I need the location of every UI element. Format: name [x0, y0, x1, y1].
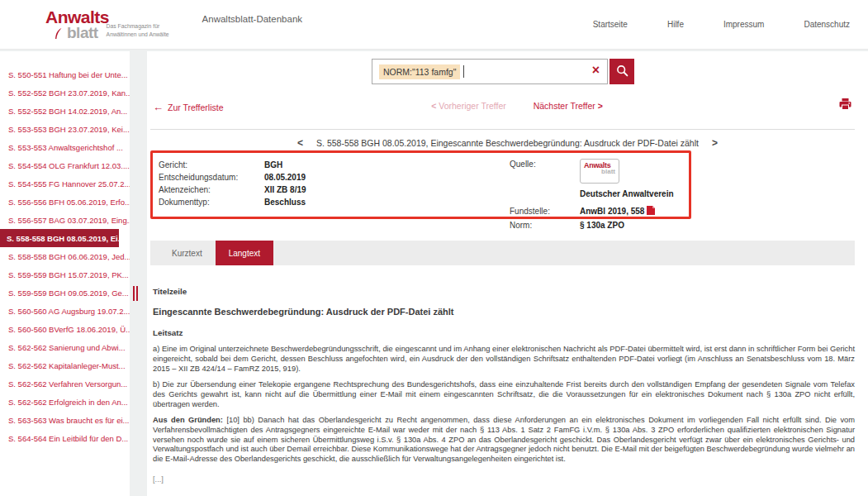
result-list-sidebar: S. 550-551 Haftung bei der Unte... S. 55… [0, 51, 130, 496]
tab-langtext[interactable]: Langtext [216, 241, 273, 265]
result-item[interactable]: S. 559-559 BGH 09.05.2019, Ge... [0, 284, 130, 302]
logo-tagline: Das Fachmagazin für Anwältinnen und Anwä… [107, 22, 169, 37]
result-item[interactable]: S. 552-552 BGH 23.07.2019, Kan... [0, 83, 130, 102]
nav-startseite[interactable]: Startseite [593, 20, 628, 29]
result-item[interactable]: S. 562-562 Verfahren Versorgun... [0, 374, 130, 393]
anwaltsblatt-logo[interactable]: Anwalts blatt Das Fachmagazin für Anwält… [45, 8, 169, 40]
norm-value: § 130a ZPO [580, 220, 624, 231]
nav-hilfe[interactable]: Hilfe [667, 20, 684, 29]
result-item[interactable]: S. 556-556 BFH 05.06.2019, Erfo... [0, 193, 130, 211]
logo-line2: blatt [67, 25, 98, 41]
doc-prev-chevron-icon[interactable]: < [297, 137, 303, 149]
search-row: NORM:"113 famfg" × [372, 59, 868, 84]
sidebar-splitter-handle[interactable] [133, 286, 138, 301]
metadata-left: Gericht:BGH Entscheidungsdatum:08.05.201… [159, 157, 431, 231]
header-nav: Startseite Hilfe Impressum Datenschutz [593, 20, 850, 29]
paragraph-gruende: Aus den Gründen: [10] bb) Danach hat das… [153, 416, 855, 465]
quelle-logo: Anwalts blatt [580, 159, 619, 184]
tab-bar: Kurztext Langtext [150, 241, 855, 265]
page-body: S. 550-551 Haftung bei der Unte... S. 55… [0, 50, 868, 496]
nav-impressum[interactable]: Impressum [723, 20, 764, 29]
meta-row-norm: Norm: § 130a ZPO [510, 220, 674, 231]
section-heading-titelzeile: Titelzeile [153, 287, 855, 297]
document-nav: < S. 558-558 BGH 08.05.2019, Eingescannt… [147, 137, 868, 149]
gruende-label: Aus den Gründen: [153, 416, 223, 424]
result-item[interactable]: S. 552-552 BGH 14.02.2019, An... [0, 102, 130, 120]
divider [150, 129, 855, 130]
meta-row-entscheidungsdatum: Entscheidungsdatum:08.05.2019 [159, 171, 431, 184]
meta-row-dokumenttyp: Dokumenttyp:Beschluss [159, 196, 431, 208]
metadata-panel: Gericht:BGH Entscheidungsdatum:08.05.201… [159, 157, 868, 231]
printer-icon [839, 100, 851, 112]
chevron-right-icon: > [598, 101, 603, 111]
search-query-token[interactable]: NORM:"113 famfg" [379, 64, 460, 79]
result-item-active[interactable]: S. 558-558 BGH 08.05.2019, Ei... [0, 229, 119, 247]
search-button[interactable] [609, 59, 634, 84]
main-content: NORM:"113 famfg" × ←Zur Trefferliste < V… [147, 51, 868, 496]
search-input[interactable]: NORM:"113 famfg" × [372, 59, 608, 84]
search-icon [616, 64, 628, 79]
back-arrow-icon: ← [153, 101, 164, 113]
document-text: Titelzeile Eingescannte Beschwerdebegrün… [153, 265, 855, 496]
app-title: Anwaltsblatt-Datenbank [202, 14, 302, 24]
paragraph-leitsatz-a: a) Eine im Original unterzeichnete Besch… [153, 345, 855, 374]
quelle-value: Deutscher Anwaltverein [580, 188, 674, 200]
pdf-icon[interactable] [647, 207, 655, 217]
result-item[interactable]: S. 562-562 Erfolgreich in den An... [0, 393, 130, 411]
meta-row-aktenzeichen: Aktenzeichen:XII ZB 8/19 [159, 184, 431, 196]
result-item[interactable]: S. 556-557 BAG 03.07.2019, Eing... [0, 211, 130, 229]
toolbar: ←Zur Trefferliste < Vorheriger Treffer N… [147, 101, 868, 116]
nav-datenschutz[interactable]: Datenschutz [804, 20, 850, 29]
feather-icon [55, 28, 63, 43]
next-result-link[interactable]: Nächster Treffer > [534, 101, 603, 111]
previous-result-link[interactable]: < Vorheriger Treffer [431, 101, 506, 111]
result-item[interactable]: S. 553-553 BGH 23.07.2019, Kei... [0, 120, 130, 138]
clear-search-icon[interactable]: × [592, 64, 600, 77]
meta-row-fundstelle: Fundstelle: AnwBl 2019, 558 [510, 206, 674, 218]
result-item[interactable]: S. 562-562 Sanierung und Abwi... [0, 338, 130, 356]
result-item[interactable]: S. 550-551 Haftung bei der Unte... [0, 65, 130, 83]
header: Anwalts blatt Das Fachmagazin für Anwält… [0, 0, 868, 50]
section-heading-leitsatz: Leitsatz [153, 328, 855, 338]
chevron-left-icon: < [431, 101, 436, 111]
result-item[interactable]: S. 562-562 Kapitalanleger-Must... [0, 356, 130, 374]
text-cursor [463, 65, 464, 78]
print-button[interactable] [839, 98, 851, 112]
result-item[interactable]: S. 560-560 BVerfG 18.06.2019, Ü... [0, 320, 130, 338]
document-title: Eingescannte Beschwerdebegründung: Ausdr… [153, 308, 855, 317]
result-item[interactable]: S. 554-555 FG Hannover 25.07.2... [0, 174, 130, 193]
app-window: Anwalts blatt Das Fachmagazin für Anwält… [0, 0, 868, 496]
document-nav-title: S. 558-558 BGH 08.05.2019, Eingescannte … [316, 138, 699, 148]
result-item[interactable]: S. 554-554 OLG Frankfurt 12.03.... [0, 156, 130, 174]
result-item[interactable]: S. 564-564 Ein Leitbild für den D... [0, 429, 130, 447]
tab-kurztext[interactable]: Kurztext [159, 241, 216, 265]
omission-marker: [...] [153, 475, 855, 485]
result-item[interactable]: S. 560-560 AG Augsburg 19.07.2... [0, 302, 130, 320]
paragraph-leitsatz-b: b) Die zur Übersendung einer Telekopie e… [153, 380, 855, 409]
result-pager: < Vorheriger Treffer Nächster Treffer > [166, 101, 868, 111]
metadata-right: Quelle: Anwalts blatt Deutscher Anwaltve… [510, 157, 674, 231]
result-item[interactable]: S. 559-559 BGH 15.07.2019, PK... [0, 265, 130, 284]
result-item[interactable]: S. 563-563 Was braucht es für ei... [0, 411, 130, 429]
fundstelle-value: AnwBl 2019, 558 [580, 207, 644, 216]
result-item[interactable]: S. 553-553 Anwaltsgerichtshof ... [0, 138, 130, 156]
result-item[interactable]: S. 558-558 BGH 06.06.2019, Jed... [0, 247, 130, 265]
meta-row-gericht: Gericht:BGH [159, 159, 431, 171]
doc-next-chevron-icon[interactable]: > [712, 137, 718, 149]
meta-row-quelle: Quelle: Anwalts blatt Deutscher Anwaltve… [510, 159, 674, 206]
